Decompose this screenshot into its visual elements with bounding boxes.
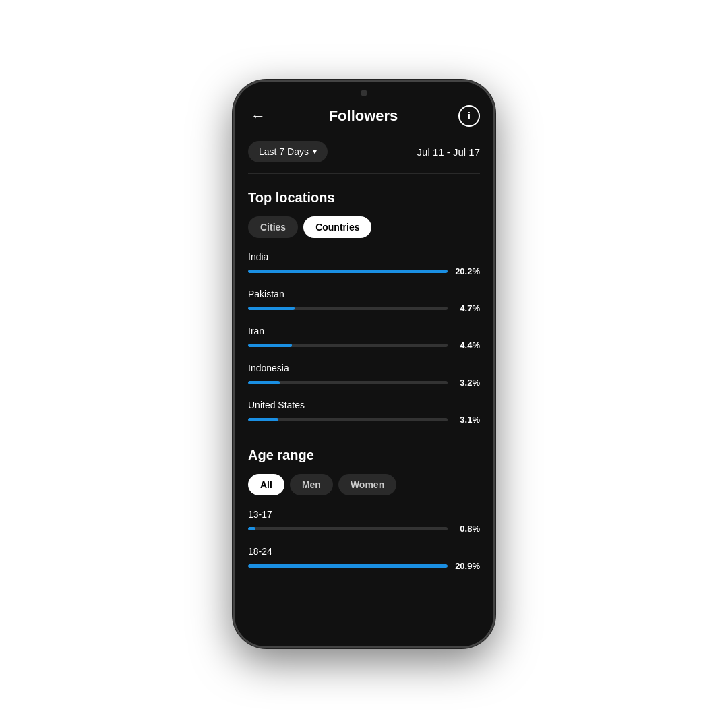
list-item: Iran 4.4%: [248, 326, 480, 351]
bar-fill: [248, 344, 292, 347]
tab-countries[interactable]: Countries: [303, 216, 371, 238]
list-item: United States 3.1%: [248, 400, 480, 425]
location-list: India 20.2% Pakistan 4.7: [235, 251, 493, 425]
age-range-section: Age range All Men Women 13-17 0.8%: [235, 437, 493, 571]
bar-pct: 4.4%: [454, 340, 480, 351]
bar-pct: 20.9%: [454, 561, 480, 571]
bar-track: [248, 564, 448, 568]
top-locations-title: Top locations: [235, 190, 493, 216]
info-button[interactable]: i: [458, 105, 480, 127]
age-label: 13-17: [248, 509, 480, 520]
period-label: Last 7 Days: [259, 146, 309, 157]
location-name: Indonesia: [248, 363, 480, 373]
bar-track: [248, 527, 448, 530]
divider: [248, 173, 480, 174]
location-name: Iran: [248, 326, 480, 336]
bar-row: 4.4%: [248, 340, 480, 351]
bar-fill: [248, 418, 278, 421]
app-header: ← Followers i: [235, 99, 493, 138]
list-item: Indonesia 3.2%: [248, 363, 480, 388]
bar-pct: 3.1%: [454, 415, 480, 425]
tab-women[interactable]: Women: [338, 474, 396, 495]
bar-track: [248, 270, 448, 273]
bar-pct: 20.2%: [454, 266, 480, 276]
bar-fill: [248, 527, 255, 530]
bar-row: 20.9%: [248, 561, 480, 571]
chevron-down-icon: ▾: [313, 147, 317, 156]
bar-pct: 4.7%: [454, 303, 480, 313]
date-range-label: Jul 11 - Jul 17: [417, 146, 480, 158]
tab-cities[interactable]: Cities: [248, 216, 298, 238]
tab-men[interactable]: Men: [290, 474, 333, 495]
bar-fill: [248, 307, 295, 310]
bar-track: [248, 344, 448, 347]
bar-pct: 0.8%: [454, 524, 480, 534]
location-tab-group: Cities Countries: [235, 216, 493, 251]
bar-track: [248, 418, 448, 421]
age-list: 13-17 0.8% 18-24 20.9%: [235, 509, 493, 571]
bar-track: [248, 381, 448, 384]
phone-frame: ← Followers i Last 7 Days ▾ Jul 11 - Jul…: [233, 80, 495, 648]
bar-row: 3.1%: [248, 415, 480, 425]
bar-fill: [248, 270, 448, 273]
page-title: Followers: [329, 107, 398, 125]
list-item: Pakistan 4.7%: [248, 289, 480, 313]
list-item: 18-24 20.9%: [248, 546, 480, 571]
bar-fill: [248, 381, 280, 384]
top-locations-section: Top locations Cities Countries India 20.…: [235, 190, 493, 425]
period-selector-button[interactable]: Last 7 Days ▾: [248, 141, 328, 162]
age-tab-group: All Men Women: [235, 474, 493, 509]
age-range-title: Age range: [235, 448, 493, 474]
phone-screen: ← Followers i Last 7 Days ▾ Jul 11 - Jul…: [235, 82, 493, 646]
bar-row: 0.8%: [248, 524, 480, 534]
bar-pct: 3.2%: [454, 377, 480, 388]
location-name: India: [248, 251, 480, 262]
tab-all[interactable]: All: [248, 474, 284, 495]
list-item: India 20.2%: [248, 251, 480, 276]
back-button[interactable]: ←: [248, 104, 268, 127]
date-selector-row: Last 7 Days ▾ Jul 11 - Jul 17: [235, 138, 493, 173]
notch-area: [235, 82, 493, 99]
camera-dot: [361, 90, 367, 96]
list-item: 13-17 0.8%: [248, 509, 480, 534]
bar-row: 3.2%: [248, 377, 480, 388]
bar-row: 20.2%: [248, 266, 480, 276]
bar-track: [248, 307, 448, 310]
location-name: United States: [248, 400, 480, 411]
bar-row: 4.7%: [248, 303, 480, 313]
bar-fill: [248, 564, 448, 568]
age-label: 18-24: [248, 546, 480, 557]
location-name: Pakistan: [248, 289, 480, 299]
